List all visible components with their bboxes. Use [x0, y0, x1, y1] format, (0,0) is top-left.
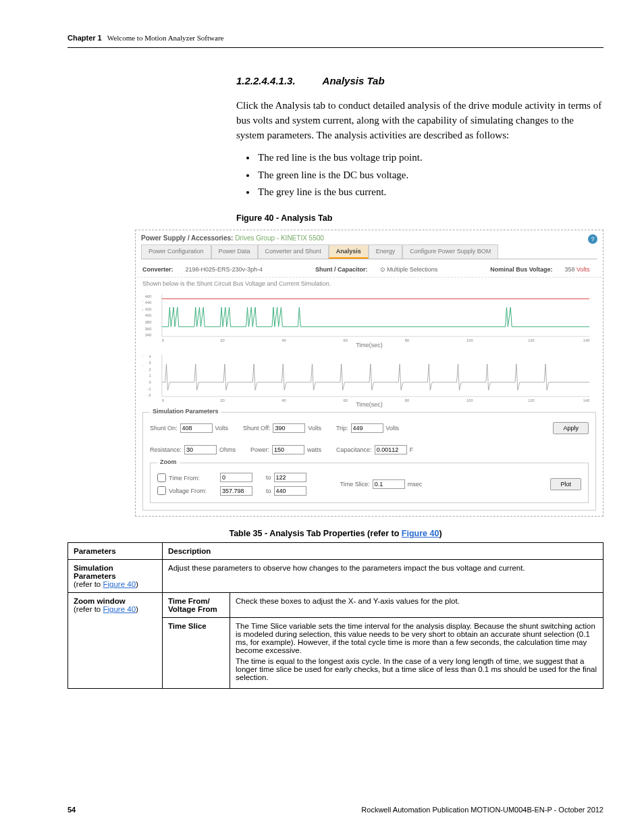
tab-converter-shunt[interactable]: Converter and Shunt [258, 244, 329, 259]
svg-text:40: 40 [281, 338, 286, 342]
svg-text:100: 100 [466, 398, 473, 402]
svg-text:-2: -2 [148, 393, 151, 397]
tab-power-data[interactable]: Power Data [211, 244, 258, 259]
bus-current-chart: 432 10-1-2 Bus Current(Arms) 02040608010… [142, 351, 596, 409]
time-from-input[interactable] [220, 473, 252, 482]
svg-text:120: 120 [528, 398, 535, 402]
info-row: Converter: 2198-H025-ERS-230v-3ph-4 Shun… [137, 262, 601, 278]
svg-text:20: 20 [220, 338, 224, 342]
svg-text:440: 440 [145, 301, 152, 305]
svg-text:380: 380 [145, 320, 152, 324]
analysis-properties-table: Parameters Description Simulation Parame… [68, 542, 603, 689]
figure-caption: Figure 40 - Analysis Tab [236, 213, 603, 223]
svg-text:0: 0 [162, 338, 164, 342]
svg-text:4: 4 [149, 354, 152, 358]
svg-text:60: 60 [344, 338, 348, 342]
figure-40-link[interactable]: Figure 40 [103, 580, 136, 588]
td-time-voltage-from: Time From/Voltage From [163, 593, 230, 618]
simulation-parameters-group: Simulation Parameters Shunt On:Volts Shu… [142, 412, 596, 511]
svg-text:360: 360 [145, 326, 152, 330]
td-sim-params: Simulation Parameters (refer to Figure 4… [68, 560, 163, 593]
svg-text:140: 140 [583, 338, 590, 342]
bullet-item: The red line is the bus voltage trip poi… [257, 149, 603, 167]
chart-subcaption: Shown below is the Shunt Circuit Bus Vol… [137, 278, 601, 288]
shunt-on-input[interactable] [180, 423, 213, 433]
capacitance-input[interactable] [375, 445, 407, 454]
voltage-to-input[interactable] [274, 486, 306, 496]
bullet-list: The red line is the bus voltage trip poi… [257, 149, 603, 201]
svg-text:1: 1 [149, 373, 151, 377]
voltage-from-input[interactable] [220, 486, 252, 496]
svg-text:80: 80 [405, 398, 409, 402]
time-slice-input[interactable] [373, 479, 405, 489]
header-rule [68, 47, 603, 48]
svg-text:100: 100 [466, 338, 473, 342]
td-zoom-window: Zoom window (refer to Figure 40) [68, 593, 163, 689]
power-input[interactable] [272, 445, 304, 454]
analysis-tab-screenshot: ? Power Supply / Accessories: Drives Gro… [135, 230, 603, 517]
plot-button[interactable]: Plot [550, 478, 581, 490]
trip-input[interactable] [351, 423, 383, 433]
time-to-input[interactable] [274, 473, 306, 482]
time-from-checkbox[interactable] [157, 473, 166, 482]
tab-analysis[interactable]: Analysis [329, 244, 369, 259]
tab-energy[interactable]: Energy [369, 244, 403, 259]
svg-text:Bus Current(Arms): Bus Current(Arms) [142, 355, 143, 387]
th-parameters: Parameters [68, 543, 163, 560]
bullet-item: The green line is the DC bus voltage. [257, 167, 603, 184]
voltage-from-checkbox[interactable] [157, 486, 166, 495]
bullet-item: The grey line is the bus current. [257, 184, 603, 201]
svg-text:3: 3 [149, 361, 151, 365]
apply-button[interactable]: Apply [553, 422, 589, 434]
page-footer: 54 Rockwell Automation Publication MOTIO… [68, 806, 603, 814]
svg-text:80: 80 [405, 338, 409, 342]
tab-configure-bom[interactable]: Configure Power Supply BOM [402, 244, 498, 259]
bus-voltage-chart: 460440420 400380360340 Bus Voltage (V) 0… [142, 291, 596, 348]
td-time-slice: Time Slice [163, 618, 230, 689]
resistance-input[interactable] [184, 445, 217, 454]
figure-40-link[interactable]: Figure 40 [103, 605, 136, 613]
shunt-off-input[interactable] [273, 423, 305, 433]
svg-text:60: 60 [344, 398, 348, 402]
tab-bar: Power Configuration Power Data Converter… [141, 244, 597, 259]
td-time-slice-desc: The Time Slice variable sets the time in… [230, 618, 603, 689]
svg-text:2: 2 [149, 367, 151, 371]
svg-text:340: 340 [145, 333, 152, 337]
help-icon[interactable]: ? [588, 234, 597, 244]
svg-text:20: 20 [220, 398, 224, 402]
svg-text:0: 0 [149, 380, 151, 384]
svg-text:40: 40 [281, 398, 286, 402]
tab-power-configuration[interactable]: Power Configuration [141, 244, 211, 259]
svg-text:0: 0 [162, 398, 164, 402]
intro-paragraph: Click the Analysis tab to conduct detail… [236, 99, 603, 142]
table-caption: Table 35 - Analysis Tab Properties (refe… [68, 529, 603, 538]
svg-text:460: 460 [145, 294, 152, 298]
svg-text:120: 120 [528, 338, 535, 342]
section-heading: 1.2.2.4.4.1.3.Analysis Tab [236, 75, 603, 86]
svg-text:Bus Voltage (V): Bus Voltage (V) [142, 300, 143, 327]
svg-text:140: 140 [583, 398, 590, 402]
td-sim-params-desc: Adjust these parameters to observe how c… [163, 560, 603, 593]
figure-40-link[interactable]: Figure 40 [402, 529, 439, 538]
svg-text:400: 400 [145, 313, 152, 317]
svg-text:-1: -1 [148, 386, 151, 390]
th-description: Description [163, 543, 603, 560]
svg-text:420: 420 [145, 307, 152, 311]
td-time-voltage-from-desc: Check these boxes to adjust the X- and Y… [230, 593, 603, 618]
running-header: Chapter 1 Welcome to Motion Analyzer Sof… [68, 34, 603, 42]
